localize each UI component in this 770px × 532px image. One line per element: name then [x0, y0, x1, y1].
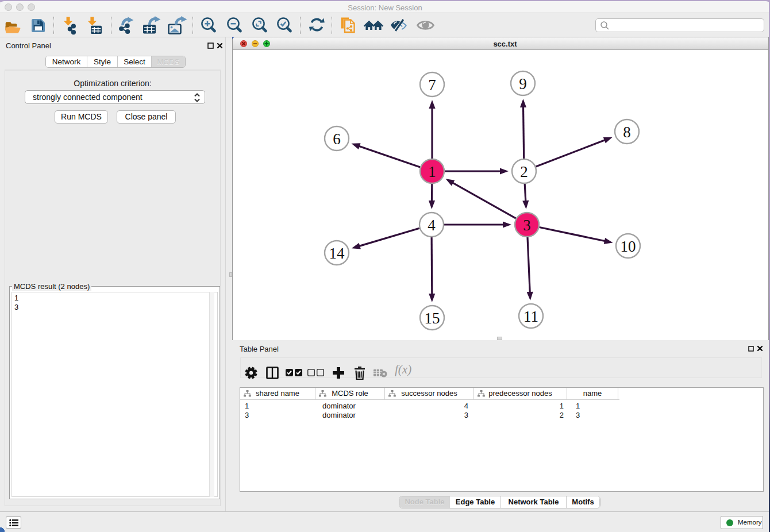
svg-text:14: 14 [329, 245, 345, 262]
svg-text:15: 15 [425, 310, 440, 327]
svg-text:8: 8 [623, 124, 631, 141]
svg-text:2: 2 [520, 163, 528, 180]
svg-text:11: 11 [523, 308, 538, 325]
svg-text:4: 4 [428, 217, 436, 234]
svg-text:7: 7 [428, 76, 436, 94]
svg-text:10: 10 [621, 238, 636, 255]
svg-text:6: 6 [333, 130, 341, 148]
svg-text:9: 9 [519, 75, 527, 92]
svg-text:3: 3 [523, 217, 531, 234]
svg-text:1: 1 [428, 163, 436, 180]
